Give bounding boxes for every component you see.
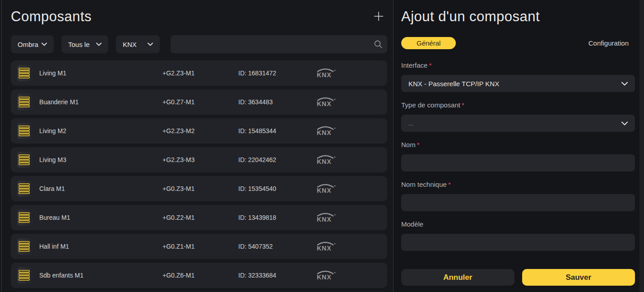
plus-icon [373,10,385,22]
svg-text:KNX: KNX [317,71,332,79]
required-asterisk: * [429,61,431,69]
list-item[interactable]: Living M1 +G2.Z3-M1 ID: 16831472 KNX [11,60,387,86]
component-code: +G2.Z3-M2 [162,127,238,134]
svg-text:KNX: KNX [317,273,332,281]
list-item[interactable]: Living M3 +G2.Z3-M3 ID: 22042462 KNX [11,147,387,172]
page-title: Composants [11,9,92,25]
add-component-button[interactable] [371,9,386,25]
shutter-icon [17,65,33,81]
knx-logo: KNX [315,67,336,79]
svg-text:KNX: KNX [317,100,332,107]
list-item[interactable]: Living M2 +G2.Z3-M2 ID: 15485344 KNX [11,118,387,144]
list-item[interactable]: Sdb enfants M1 +G0.Z6-M1 ID: 32333684 KN… [11,263,387,288]
filter-bar: Ombra Tous le KNX [11,35,387,53]
search-icon [374,40,383,51]
add-component-panel: Ajout d'un composant Général Configurati… [394,0,639,292]
chevron-down-icon [148,42,153,46]
component-id: ID: 22042462 [238,156,315,163]
nom-input[interactable] [401,154,635,171]
filter-label: Tous le [68,41,90,48]
knx-logo: KNX [315,269,336,281]
chevron-down-icon [96,42,102,46]
list-item[interactable]: Hall inf M1 +G0.Z1-M1 ID: 5407352 KNX [11,234,387,259]
nom-technique-label: Nom technique* [401,181,635,188]
cancel-button[interactable]: Annuler [401,269,514,286]
component-name: Living M3 [39,156,162,163]
save-button[interactable]: Sauver [522,269,635,286]
modele-label: Modèle [401,220,635,228]
filter-dropdown-knx[interactable]: KNX [116,35,160,53]
required-asterisk: * [448,181,451,188]
svg-text:KNX: KNX [317,245,332,252]
shutter-icon [17,181,33,197]
svg-text:KNX: KNX [317,216,332,223]
component-code: +G2.Z3-M1 [162,70,238,77]
shutter-icon [17,209,33,226]
list-item[interactable]: Buanderie M1 +G0.Z7-M1 ID: 3634483 KNX [11,89,387,115]
nom-technique-input[interactable] [401,194,635,211]
modele-input[interactable] [401,234,635,251]
knx-logo: KNX [315,183,336,195]
component-name: Hall inf M1 [39,243,162,250]
search-container [171,35,387,53]
component-id: ID: 16831472 [238,70,315,77]
component-id: ID: 32333684 [238,272,315,279]
type-select-value: ... [408,120,413,127]
filter-dropdown-ombra[interactable]: Ombra [11,35,54,53]
svg-text:KNX: KNX [317,158,332,165]
list-item[interactable]: Clara M1 +G0.Z3-M1 ID: 15354540 KNX [11,176,387,201]
chevron-down-icon [42,42,47,46]
chevron-down-icon [621,82,628,86]
interface-select[interactable]: KNX - Passerelle TCP/IP KNX [401,75,635,92]
list-item[interactable]: Bureau M1 +G0.Z2-M1 ID: 13439818 KNX [11,205,387,230]
knx-logo: KNX [315,212,336,223]
knx-logo: KNX [315,241,336,252]
field-nom: Nom* [401,141,635,171]
filter-dropdown-tous-le[interactable]: Tous le [61,35,108,53]
add-component-form: Interface* KNX - Passerelle TCP/IP KNX T… [401,61,635,286]
component-id: ID: 5407352 [238,243,315,250]
type-label: Type de composant* [401,101,635,109]
knx-logo: KNX [315,154,336,166]
svg-text:KNX: KNX [317,129,332,136]
add-component-header: Ajout d'un composant [401,7,635,26]
component-id: ID: 3634483 [238,98,315,106]
component-code: +G2.Z3-M3 [162,156,238,163]
component-code: +G0.Z1-M1 [162,243,238,250]
component-code: +G0.Z6-M1 [162,272,238,279]
form-actions: Annuler Sauver [401,269,635,286]
component-name: Sdb enfants M1 [39,272,162,279]
component-list: Living M1 +G2.Z3-M1 ID: 16831472 KNX [11,60,387,292]
panel-title: Ajout d'un composant [401,9,540,25]
nom-label: Nom* [401,141,635,148]
required-asterisk: * [417,141,420,148]
filter-label: Ombra [18,41,38,48]
component-code: +G0.Z7-M1 [162,98,238,106]
svg-text:KNX: KNX [317,187,332,194]
component-id: ID: 15354540 [238,185,315,192]
field-nom-technique: Nom technique* [401,181,635,211]
shutter-icon [17,267,33,283]
filter-label: KNX [123,41,137,48]
component-name: Living M2 [39,127,162,134]
search-input[interactable] [171,35,387,53]
components-panel: Composants Ombra Tous le KNX [1,0,394,292]
shutter-icon [17,238,33,255]
knx-logo: KNX [315,125,336,137]
component-code: +G0.Z2-M1 [162,214,238,221]
scrollbar-track[interactable] [639,0,644,292]
shutter-icon [17,94,33,110]
component-name: Clara M1 [39,185,162,192]
component-name: Buanderie M1 [39,98,162,106]
type-select[interactable]: ... [401,115,635,132]
component-id: ID: 15485344 [238,127,315,134]
shutter-icon [17,123,33,139]
knx-logo: KNX [315,96,336,108]
field-modele: Modèle [401,220,635,251]
tab-general[interactable]: Général [401,37,456,49]
required-asterisk: * [462,101,464,109]
interface-label: Interface* [401,61,635,69]
field-type: Type de composant* ... [401,101,635,132]
tab-configuration[interactable]: Configuration [588,39,629,47]
interface-select-value: KNX - Passerelle TCP/IP KNX [408,80,499,88]
